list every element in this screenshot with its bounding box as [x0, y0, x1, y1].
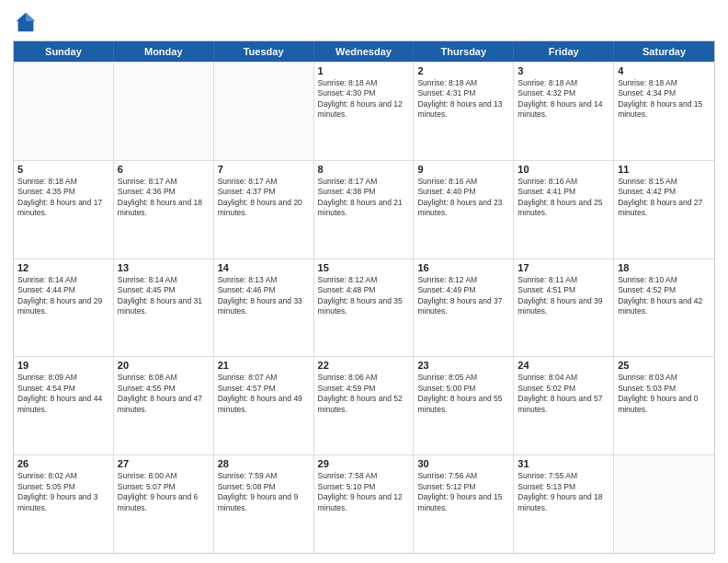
calendar-day-8: 8Sunrise: 8:17 AM Sunset: 4:38 PM Daylig…	[314, 161, 415, 259]
calendar-day-14: 14Sunrise: 8:13 AM Sunset: 4:46 PM Dayli…	[214, 259, 314, 357]
calendar-day-24: 24Sunrise: 8:04 AM Sunset: 5:02 PM Dayli…	[514, 357, 614, 454]
day-number: 30	[417, 458, 509, 469]
calendar-body: 1Sunrise: 8:18 AM Sunset: 4:30 PM Daylig…	[14, 62, 714, 553]
calendar-empty	[114, 63, 214, 160]
calendar-day-7: 7Sunrise: 8:17 AM Sunset: 4:37 PM Daylig…	[214, 161, 314, 259]
day-number: 3	[518, 65, 609, 76]
day-info: Sunrise: 8:05 AM Sunset: 5:00 PM Dayligh…	[417, 373, 509, 415]
header-day-saturday: Saturday	[614, 41, 714, 62]
day-number: 12	[17, 262, 109, 273]
day-info: Sunrise: 8:14 AM Sunset: 4:44 PM Dayligh…	[17, 275, 109, 317]
calendar-day-21: 21Sunrise: 8:07 AM Sunset: 4:57 PM Dayli…	[214, 357, 314, 454]
header-day-friday: Friday	[514, 41, 614, 62]
day-info: Sunrise: 8:03 AM Sunset: 5:03 PM Dayligh…	[618, 373, 711, 415]
calendar-day-9: 9Sunrise: 8:16 AM Sunset: 4:40 PM Daylig…	[414, 161, 514, 259]
svg-marker-1	[26, 13, 35, 21]
calendar-week-1: 1Sunrise: 8:18 AM Sunset: 4:30 PM Daylig…	[14, 62, 714, 160]
day-info: Sunrise: 8:00 AM Sunset: 5:07 PM Dayligh…	[118, 471, 210, 513]
calendar-day-29: 29Sunrise: 7:58 AM Sunset: 5:10 PM Dayli…	[314, 455, 415, 553]
calendar-week-2: 5Sunrise: 8:18 AM Sunset: 4:35 PM Daylig…	[14, 160, 714, 259]
day-number: 22	[318, 360, 410, 371]
day-number: 9	[417, 164, 509, 175]
logo	[13, 9, 42, 35]
day-info: Sunrise: 8:18 AM Sunset: 4:35 PM Dayligh…	[17, 177, 109, 219]
calendar-empty	[14, 63, 114, 160]
day-number: 14	[218, 262, 310, 273]
day-number: 7	[218, 164, 310, 175]
calendar-day-17: 17Sunrise: 8:11 AM Sunset: 4:51 PM Dayli…	[514, 259, 614, 357]
day-info: Sunrise: 8:16 AM Sunset: 4:41 PM Dayligh…	[518, 177, 609, 219]
day-number: 16	[417, 262, 509, 273]
day-number: 6	[118, 164, 210, 175]
page-header	[13, 9, 715, 35]
calendar-day-1: 1Sunrise: 8:18 AM Sunset: 4:30 PM Daylig…	[314, 63, 415, 160]
day-number: 27	[118, 458, 210, 469]
calendar-day-3: 3Sunrise: 8:18 AM Sunset: 4:32 PM Daylig…	[514, 63, 614, 160]
calendar-day-31: 31Sunrise: 7:55 AM Sunset: 5:13 PM Dayli…	[514, 455, 614, 553]
day-number: 21	[218, 360, 310, 371]
calendar-day-15: 15Sunrise: 8:12 AM Sunset: 4:48 PM Dayli…	[314, 259, 415, 357]
day-number: 1	[318, 65, 410, 76]
day-info: Sunrise: 8:12 AM Sunset: 4:49 PM Dayligh…	[417, 275, 509, 317]
day-number: 24	[518, 360, 609, 371]
day-info: Sunrise: 7:58 AM Sunset: 5:10 PM Dayligh…	[318, 471, 410, 513]
day-info: Sunrise: 8:06 AM Sunset: 4:59 PM Dayligh…	[318, 373, 410, 415]
day-number: 5	[17, 164, 109, 175]
day-info: Sunrise: 8:08 AM Sunset: 4:55 PM Dayligh…	[118, 373, 210, 415]
day-info: Sunrise: 8:10 AM Sunset: 4:52 PM Dayligh…	[618, 275, 711, 317]
day-number: 10	[518, 164, 609, 175]
day-info: Sunrise: 8:02 AM Sunset: 5:05 PM Dayligh…	[17, 471, 109, 513]
day-number: 20	[118, 360, 210, 371]
calendar-day-26: 26Sunrise: 8:02 AM Sunset: 5:05 PM Dayli…	[14, 455, 114, 553]
day-info: Sunrise: 7:59 AM Sunset: 5:08 PM Dayligh…	[218, 471, 310, 513]
day-number: 26	[17, 458, 109, 469]
day-number: 8	[318, 164, 410, 175]
day-number: 4	[618, 65, 711, 76]
calendar: SundayMondayTuesdayWednesdayThursdayFrid…	[13, 40, 715, 554]
day-info: Sunrise: 8:17 AM Sunset: 4:38 PM Dayligh…	[318, 177, 410, 219]
calendar-day-18: 18Sunrise: 8:10 AM Sunset: 4:52 PM Dayli…	[614, 259, 714, 357]
calendar-day-16: 16Sunrise: 8:12 AM Sunset: 4:49 PM Dayli…	[414, 259, 514, 357]
day-number: 17	[518, 262, 609, 273]
header-day-thursday: Thursday	[414, 41, 514, 62]
day-info: Sunrise: 8:15 AM Sunset: 4:42 PM Dayligh…	[618, 177, 711, 219]
day-info: Sunrise: 8:13 AM Sunset: 4:46 PM Dayligh…	[218, 275, 310, 317]
calendar-day-11: 11Sunrise: 8:15 AM Sunset: 4:42 PM Dayli…	[614, 161, 714, 259]
calendar-day-6: 6Sunrise: 8:17 AM Sunset: 4:36 PM Daylig…	[114, 161, 214, 259]
day-info: Sunrise: 8:17 AM Sunset: 4:36 PM Dayligh…	[118, 177, 210, 219]
calendar-day-23: 23Sunrise: 8:05 AM Sunset: 5:00 PM Dayli…	[414, 357, 514, 454]
day-number: 23	[417, 360, 509, 371]
calendar-day-2: 2Sunrise: 8:18 AM Sunset: 4:31 PM Daylig…	[414, 63, 514, 160]
day-info: Sunrise: 7:56 AM Sunset: 5:12 PM Dayligh…	[417, 471, 509, 513]
day-info: Sunrise: 8:18 AM Sunset: 4:34 PM Dayligh…	[618, 78, 711, 121]
calendar-week-3: 12Sunrise: 8:14 AM Sunset: 4:44 PM Dayli…	[14, 259, 714, 357]
calendar-day-12: 12Sunrise: 8:14 AM Sunset: 4:44 PM Dayli…	[14, 259, 114, 357]
calendar-day-13: 13Sunrise: 8:14 AM Sunset: 4:45 PM Dayli…	[114, 259, 214, 357]
day-number: 13	[118, 262, 210, 273]
day-number: 2	[417, 65, 509, 76]
calendar-day-28: 28Sunrise: 7:59 AM Sunset: 5:08 PM Dayli…	[214, 455, 314, 553]
day-number: 15	[318, 262, 410, 273]
calendar-day-22: 22Sunrise: 8:06 AM Sunset: 4:59 PM Dayli…	[314, 357, 415, 454]
day-info: Sunrise: 8:16 AM Sunset: 4:40 PM Dayligh…	[417, 177, 509, 219]
calendar-header: SundayMondayTuesdayWednesdayThursdayFrid…	[14, 41, 714, 62]
calendar-day-20: 20Sunrise: 8:08 AM Sunset: 4:55 PM Dayli…	[114, 357, 214, 454]
day-info: Sunrise: 8:18 AM Sunset: 4:32 PM Dayligh…	[518, 78, 609, 121]
day-info: Sunrise: 8:07 AM Sunset: 4:57 PM Dayligh…	[218, 373, 310, 415]
header-day-tuesday: Tuesday	[214, 41, 314, 62]
day-info: Sunrise: 8:18 AM Sunset: 4:30 PM Dayligh…	[318, 78, 410, 121]
header-day-sunday: Sunday	[14, 41, 114, 62]
day-number: 25	[618, 360, 711, 371]
day-number: 29	[318, 458, 410, 469]
day-number: 31	[518, 458, 609, 469]
calendar-day-19: 19Sunrise: 8:09 AM Sunset: 4:54 PM Dayli…	[14, 357, 114, 454]
header-day-wednesday: Wednesday	[314, 41, 415, 62]
calendar-day-27: 27Sunrise: 8:00 AM Sunset: 5:07 PM Dayli…	[114, 455, 214, 553]
day-info: Sunrise: 8:12 AM Sunset: 4:48 PM Dayligh…	[318, 275, 410, 317]
day-info: Sunrise: 8:04 AM Sunset: 5:02 PM Dayligh…	[518, 373, 609, 415]
calendar-empty	[214, 63, 314, 160]
header-day-monday: Monday	[114, 41, 214, 62]
calendar-week-4: 19Sunrise: 8:09 AM Sunset: 4:54 PM Dayli…	[14, 356, 714, 454]
calendar-day-30: 30Sunrise: 7:56 AM Sunset: 5:12 PM Dayli…	[414, 455, 514, 553]
calendar-day-4: 4Sunrise: 8:18 AM Sunset: 4:34 PM Daylig…	[614, 63, 714, 160]
